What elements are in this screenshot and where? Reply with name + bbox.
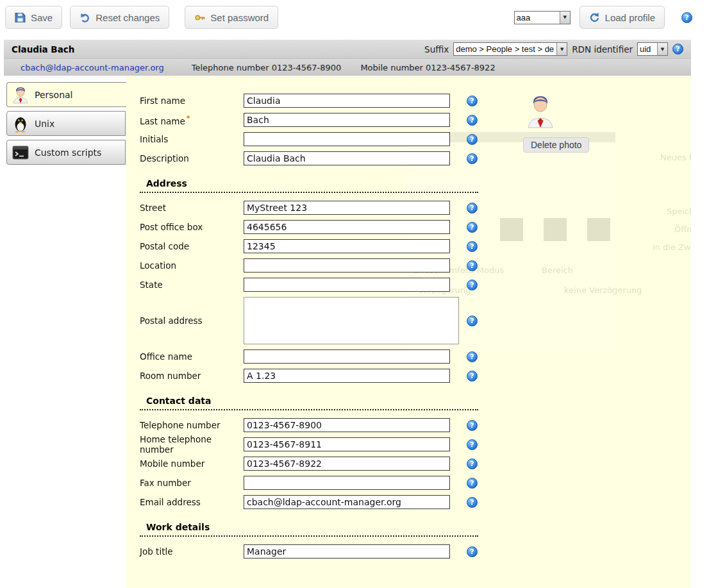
postal-code-input[interactable]	[244, 239, 450, 253]
help-icon[interactable]: ?	[672, 44, 683, 55]
account-telephone: Telephone number 0123-4567-8900	[192, 63, 342, 72]
account-header-row2: cbach@ldap-account-manager.org Telephone…	[4, 59, 691, 76]
email-label: Email address	[140, 497, 244, 507]
field-row-post-office-box: Post office box ?	[140, 220, 524, 234]
section-header-address: Address	[140, 178, 478, 193]
help-icon[interactable]: ?	[467, 315, 478, 326]
help-icon[interactable]: ?	[467, 371, 478, 382]
tab-unix[interactable]: Unix	[6, 111, 126, 136]
save-icon	[15, 12, 26, 23]
field-row-first-name: First name ?	[140, 94, 524, 108]
person-icon	[12, 86, 29, 104]
state-input[interactable]	[244, 278, 450, 292]
account-title: Claudia Bach	[12, 44, 74, 55]
tab-custom-scripts[interactable]: Custom scripts	[6, 140, 126, 165]
set-password-button[interactable]: Set password	[185, 6, 278, 29]
postal-address-textarea[interactable]	[244, 297, 459, 344]
field-row-state: State ?	[140, 278, 524, 292]
field-row-fax: Fax number ?	[140, 476, 524, 490]
terminal-icon	[12, 144, 29, 162]
ghost-thumbnail	[544, 218, 567, 241]
location-label: Location	[140, 260, 244, 271]
top-toolbar: Save Reset changes Set password aaa Load…	[0, 0, 709, 35]
field-row-initials: Initials ?	[140, 132, 524, 146]
ghost-text: Öffne	[674, 224, 691, 234]
suffix-select-wrap: demo > People > test > de	[453, 42, 567, 56]
state-label: State	[140, 280, 244, 290]
help-icon[interactable]: ?	[467, 546, 478, 557]
help-icon[interactable]: ?	[467, 497, 478, 508]
field-row-email: Email address ?	[140, 495, 524, 509]
load-profile-label: Load profile	[605, 12, 655, 23]
suffix-select[interactable]: demo > People > test > de	[453, 42, 567, 56]
account-header-row1: Claudia Bach Suffix demo > People > test…	[4, 40, 691, 59]
save-button-label: Save	[31, 12, 53, 23]
help-icon[interactable]: ?	[467, 153, 478, 164]
account-email-link[interactable]: cbach@ldap-account-manager.org	[21, 63, 164, 72]
set-password-label: Set password	[210, 12, 269, 23]
field-row-home-telephone: Home telephone number ?	[140, 437, 524, 451]
home-telephone-input[interactable]	[244, 437, 450, 451]
field-row-room-number: Room number ?	[140, 369, 524, 383]
help-icon[interactable]: ?	[467, 222, 478, 233]
ghost-text: keine Verzögerung	[564, 285, 642, 295]
job-title-input[interactable]	[244, 544, 450, 559]
fax-label: Fax number	[140, 478, 244, 488]
street-input[interactable]	[244, 201, 450, 215]
section-header-contact-data: Contact data	[140, 396, 478, 410]
required-mark: *	[187, 114, 190, 122]
field-row-mobile: Mobile number ?	[140, 457, 524, 471]
help-icon[interactable]: ?	[467, 420, 478, 431]
suffix-label: Suffix	[424, 44, 449, 55]
save-button[interactable]: Save	[5, 6, 62, 29]
office-name-label: Office name	[140, 351, 244, 362]
email-input[interactable]	[244, 495, 450, 509]
field-row-location: Location ?	[140, 258, 524, 273]
help-icon[interactable]: ?	[467, 439, 478, 450]
help-icon[interactable]: ?	[467, 478, 478, 489]
room-number-label: Room number	[140, 371, 244, 381]
rdn-select[interactable]: uid	[637, 42, 668, 56]
module-tabs: Personal Unix Custom scripts	[6, 82, 127, 169]
profile-select[interactable]: aaa	[514, 11, 571, 24]
help-icon[interactable]: ?	[467, 260, 478, 271]
first-name-input[interactable]	[244, 94, 450, 108]
field-row-office-name: Office name ?	[140, 349, 524, 364]
initials-input[interactable]	[244, 132, 450, 146]
tux-icon	[12, 115, 29, 133]
help-icon[interactable]: ?	[467, 280, 478, 290]
location-input[interactable]	[244, 258, 450, 273]
key-icon	[194, 12, 205, 23]
telephone-input[interactable]	[244, 418, 450, 432]
tab-personal[interactable]: Personal	[6, 82, 126, 107]
field-row-street: Street ?	[140, 201, 524, 215]
refresh-icon	[589, 12, 600, 23]
field-row-postal-code: Postal code ?	[140, 239, 524, 253]
field-row-last-name: Last name* ?	[140, 113, 524, 127]
help-icon[interactable]: ?	[467, 134, 478, 145]
post-office-box-input[interactable]	[244, 220, 450, 234]
delete-photo-button[interactable]: Delete photo	[523, 137, 589, 153]
help-icon[interactable]: ?	[467, 115, 478, 126]
home-telephone-label: Home telephone number	[140, 434, 244, 455]
initials-label: Initials	[140, 134, 244, 144]
last-name-input[interactable]	[244, 113, 450, 127]
help-icon[interactable]: ?	[467, 203, 478, 214]
account-mobile: Mobile number 0123-4567-8922	[360, 63, 495, 72]
fax-input[interactable]	[244, 476, 450, 490]
reset-changes-button[interactable]: Reset changes	[70, 6, 169, 29]
help-icon[interactable]: ?	[467, 458, 478, 469]
room-number-input[interactable]	[244, 369, 450, 383]
help-icon[interactable]: ?	[467, 96, 478, 106]
help-icon[interactable]: ?	[467, 351, 478, 362]
help-icon[interactable]: ?	[681, 12, 692, 23]
help-icon[interactable]: ?	[467, 241, 478, 252]
rdn-label: RDN identifier	[572, 44, 633, 55]
field-row-description: Description ?	[140, 151, 524, 165]
load-profile-button[interactable]: Load profile	[580, 6, 665, 29]
office-name-input[interactable]	[244, 349, 450, 364]
ghost-text: Bereich	[542, 265, 573, 275]
mobile-input[interactable]	[244, 457, 450, 471]
description-input[interactable]	[244, 151, 450, 165]
field-row-telephone: Telephone number ?	[140, 418, 524, 432]
